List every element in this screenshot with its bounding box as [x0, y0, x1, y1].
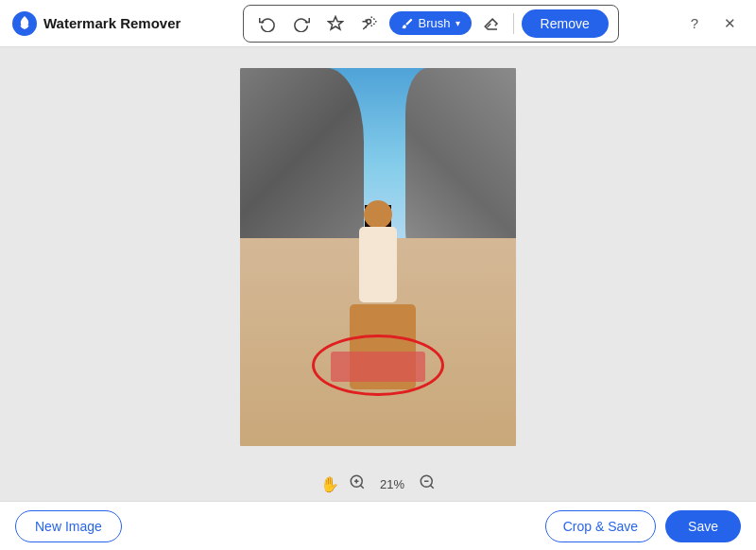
svg-line-3	[360, 485, 363, 488]
header-left: Watermark Remover	[11, 10, 180, 37]
main-image	[240, 68, 516, 446]
watermark-overlay	[331, 352, 425, 382]
close-button[interactable]: ✕	[716, 9, 745, 38]
help-icon: ?	[691, 15, 698, 31]
help-button[interactable]: ?	[680, 9, 709, 38]
remove-label: Remove	[541, 16, 590, 31]
close-icon: ✕	[724, 15, 736, 32]
footer: New Image Crop & Save Save	[0, 501, 756, 550]
hand-tool-icon[interactable]: ✋	[320, 475, 339, 493]
svg-line-7	[430, 485, 433, 488]
new-image-button[interactable]: New Image	[15, 510, 122, 542]
crop-save-button[interactable]: Crop & Save	[545, 510, 656, 542]
zoom-level: 21%	[375, 477, 409, 491]
app-title: Watermark Remover	[43, 15, 180, 31]
brush-label: Brush	[419, 16, 451, 30]
header: Watermark Remover	[0, 0, 756, 47]
brush-chevron-icon: ▾	[455, 18, 460, 28]
save-label: Save	[688, 519, 718, 534]
toolbar-divider	[513, 13, 514, 34]
person-torso	[359, 227, 397, 302]
zoom-bar: ✋ 21%	[0, 467, 756, 501]
new-image-label: New Image	[35, 519, 102, 534]
lasso-button[interactable]	[321, 9, 350, 38]
remove-button[interactable]: Remove	[522, 9, 609, 38]
zoom-out-icon[interactable]	[419, 473, 436, 494]
main-canvas-area	[0, 47, 756, 467]
brush-button[interactable]: Brush ▾	[389, 11, 472, 35]
crop-save-label: Crop & Save	[563, 519, 638, 534]
redo-button[interactable]	[287, 9, 316, 38]
footer-right: Crop & Save Save	[545, 510, 741, 542]
save-button[interactable]: Save	[665, 510, 741, 542]
magic-wand-button[interactable]	[355, 9, 384, 38]
undo-button[interactable]	[253, 9, 282, 38]
app-logo-icon	[11, 10, 38, 37]
image-container	[240, 68, 516, 446]
toolbar: Brush ▾ Remove	[243, 5, 619, 43]
svg-point-1	[367, 19, 371, 24]
header-right: ? ✕	[680, 9, 745, 38]
eraser-button[interactable]	[477, 9, 506, 38]
zoom-in-icon[interactable]	[349, 473, 366, 494]
person-head	[364, 200, 392, 229]
beach-scene	[240, 68, 516, 446]
